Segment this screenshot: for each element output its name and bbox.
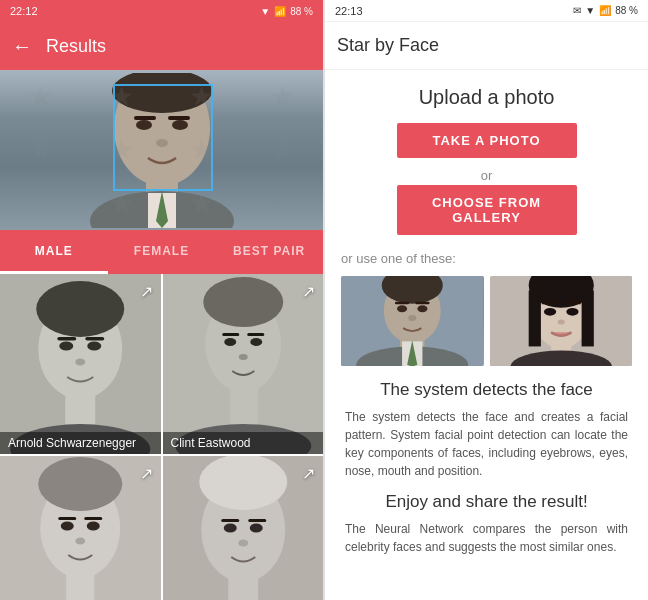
svg-rect-20 — [85, 337, 104, 341]
svg-point-71 — [543, 308, 555, 316]
svg-point-47 — [223, 524, 236, 533]
celebrity-label-clint: Clint Eastwood — [163, 432, 324, 454]
svg-rect-29 — [222, 333, 239, 336]
svg-point-37 — [61, 522, 74, 531]
svg-point-41 — [75, 538, 85, 545]
svg-rect-62 — [415, 302, 429, 305]
right-panel: 22:13 ✉ ▼ 📶 88 % Star by Face Upload a p… — [325, 0, 648, 600]
tab-female[interactable]: FEMALE — [108, 230, 216, 274]
time-right: 22:13 — [335, 5, 363, 17]
status-icons-left: ▼ 📶 88 % — [260, 6, 313, 17]
results-title: Results — [46, 36, 106, 57]
svg-point-48 — [249, 524, 262, 533]
face-preview: ★ ★ ★ ★ ★ ★ ★ ★ ★ ★ ★ ★ — [0, 70, 323, 230]
svg-point-31 — [238, 354, 247, 360]
share-icon-arnold[interactable]: ↗ — [140, 282, 153, 301]
svg-point-44 — [199, 456, 287, 510]
left-panel: 22:12 ▼ 📶 88 % ← Results ★ ★ ★ ★ ★ ★ ★ ★… — [0, 0, 323, 600]
or-text-1: or — [481, 168, 493, 183]
signal-icon: ▼ — [260, 6, 270, 17]
svg-point-24 — [203, 277, 283, 327]
svg-rect-39 — [58, 517, 76, 520]
info-section: The system detects the face The system d… — [341, 380, 632, 568]
celebrity-label-arnold: Arnold Schwarzenegger — [0, 432, 161, 454]
tabs-bar: MALE FEMALE BEST PAIR — [0, 230, 323, 274]
upload-heading: Upload a photo — [419, 86, 555, 109]
message-icon: ✉ — [573, 5, 581, 16]
top-bar-right: Star by Face — [325, 22, 648, 70]
stars-bg-left: ★ ★ ★ ★ ★ ★ ★ ★ ★ ★ ★ ★ — [0, 70, 323, 230]
svg-point-59 — [397, 305, 407, 312]
svg-rect-50 — [248, 519, 266, 522]
top-bar-left: ← Results — [0, 22, 323, 70]
svg-rect-45 — [228, 574, 258, 600]
info-text-2: The Neural Network compares the person w… — [345, 520, 628, 556]
info-heading-2: Enjoy and share the result! — [345, 492, 628, 512]
svg-rect-61 — [395, 302, 409, 305]
or-use-text: or use one of these: — [341, 251, 456, 266]
result-card-unknown2[interactable]: ↗ — [163, 456, 324, 600]
svg-rect-67 — [528, 290, 540, 346]
share-icon-unknown2[interactable]: ↗ — [302, 464, 315, 483]
svg-rect-35 — [66, 572, 94, 600]
svg-point-73 — [557, 319, 564, 324]
sample-photo-jolie[interactable] — [490, 276, 633, 366]
tab-best-pair[interactable]: BEST PAIR — [215, 230, 323, 274]
wifi-icon: 📶 — [274, 6, 286, 17]
svg-rect-68 — [581, 290, 593, 346]
svg-point-72 — [566, 308, 578, 316]
time-left: 22:12 — [10, 5, 38, 17]
svg-point-18 — [87, 342, 101, 351]
take-photo-button[interactable]: TAKE A PHOTO — [397, 123, 577, 158]
svg-point-27 — [224, 338, 236, 346]
sample-photos — [341, 276, 632, 366]
svg-point-17 — [59, 342, 73, 351]
face-photo: ★ ★ ★ ★ ★ ★ ★ ★ ★ ★ ★ ★ — [0, 70, 323, 230]
status-icons-right: ✉ ▼ 📶 88 % — [573, 5, 638, 16]
wifi-icon-right: 📶 — [599, 5, 611, 16]
result-card-arnold[interactable]: ↗ Arnold Schwarzenegger — [0, 274, 161, 454]
svg-point-28 — [250, 338, 262, 346]
right-content: Upload a photo TAKE A PHOTO or CHOOSE FR… — [325, 70, 648, 584]
svg-point-38 — [87, 522, 100, 531]
status-bar-right: 22:13 ✉ ▼ 📶 88 % — [325, 0, 648, 22]
info-heading-1: The system detects the face — [345, 380, 628, 400]
svg-rect-19 — [57, 337, 76, 341]
svg-rect-30 — [247, 333, 264, 336]
share-icon-clint[interactable]: ↗ — [302, 282, 315, 301]
svg-point-34 — [38, 457, 122, 511]
svg-point-21 — [75, 359, 85, 366]
share-icon-unknown1[interactable]: ↗ — [140, 464, 153, 483]
app-title: Star by Face — [337, 35, 439, 56]
svg-point-63 — [408, 315, 416, 321]
back-button[interactable]: ← — [12, 35, 32, 58]
battery-right: 88 % — [615, 5, 638, 16]
svg-point-51 — [238, 540, 248, 547]
tab-male[interactable]: MALE — [0, 230, 108, 274]
sample-photo-arnold[interactable] — [341, 276, 484, 366]
info-text-1: The system detects the face and creates … — [345, 408, 628, 480]
result-card-clint[interactable]: ↗ Clint Eastwood — [163, 274, 324, 454]
svg-rect-49 — [221, 519, 239, 522]
status-bar-left: 22:12 ▼ 📶 88 % — [0, 0, 323, 22]
result-card-unknown1[interactable]: ↗ — [0, 456, 161, 600]
signal-icon-right: ▼ — [585, 5, 595, 16]
svg-rect-40 — [84, 517, 102, 520]
svg-point-14 — [36, 281, 124, 337]
svg-point-60 — [417, 305, 427, 312]
results-grid: ↗ Arnold Schwarzenegger ↗ Cl — [0, 274, 323, 600]
choose-gallery-button[interactable]: CHOOSE FROM GALLERY — [397, 185, 577, 235]
battery-left: 88 % — [290, 6, 313, 17]
